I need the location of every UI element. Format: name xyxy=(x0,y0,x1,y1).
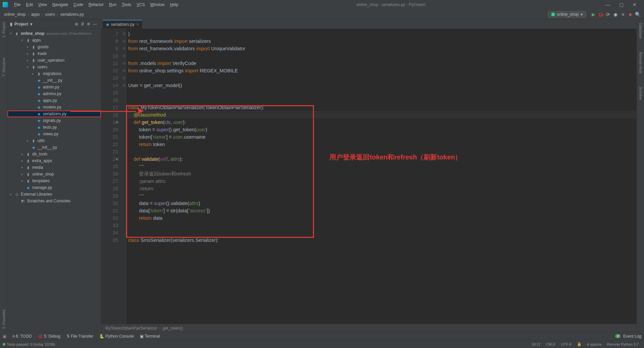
coverage-button[interactable]: ⟳ xyxy=(604,12,612,17)
status-line-separator[interactable]: CRLF xyxy=(543,342,558,346)
tree-item-adminx-py[interactable]: ◆adminx.py xyxy=(7,90,101,97)
tree-root[interactable]: ▾▮online_shopsources root, D:\workfire\o… xyxy=(7,30,101,37)
run-configuration-selector[interactable]: online_shop ▾ xyxy=(548,11,586,18)
tree-item-db_tools[interactable]: ▸▮db_tools xyxy=(7,151,101,157)
tool-tab-project[interactable]: 1: Project xyxy=(2,22,6,38)
tool-tab-sciview[interactable]: SciView xyxy=(639,87,643,100)
tree-item-serializers-py[interactable]: ◆serializers.py xyxy=(7,111,101,117)
tree-item-goods[interactable]: ▸▮goods xyxy=(7,44,101,50)
breadcrumb-item[interactable]: apps xyxy=(30,12,41,17)
menu-tools[interactable]: Tools xyxy=(119,2,134,7)
tool-tab-debug[interactable]: 🐞 5: Debug xyxy=(38,334,60,339)
chevron-right-icon: › xyxy=(41,12,44,17)
menu-help[interactable]: Help xyxy=(167,2,181,7)
bottom-tool-stripe: ▣ ≡ 6: TODO 🐞 5: Debug ⇅ File Transfer 🐍… xyxy=(0,332,644,340)
tool-tab-file-transfer[interactable]: ⇅ File Transfer xyxy=(66,334,93,339)
tool-tab-database[interactable]: Database xyxy=(639,23,643,39)
settings-icon[interactable]: ✲ xyxy=(86,22,92,26)
python-file-icon: ◆ xyxy=(106,22,109,27)
tool-window-quick-access-icon[interactable]: ▣ xyxy=(3,334,6,339)
menu-view[interactable]: View xyxy=(36,2,50,7)
tree-item-signals-py[interactable]: ◆signals.py xyxy=(7,117,101,124)
tool-tab-python-console[interactable]: 🐍 Python Console xyxy=(99,334,134,339)
tree-item-models-py[interactable]: ◆models.py xyxy=(7,104,101,111)
breadcrumb-item[interactable]: online_shop xyxy=(3,12,27,17)
locate-icon[interactable]: ⊕ xyxy=(73,22,79,26)
menu-file[interactable]: File xyxy=(11,2,23,7)
menu-run[interactable]: Run xyxy=(106,2,119,7)
tree-item-manage-py[interactable]: ◆manage.py xyxy=(7,184,101,191)
tree-item-__init__-py[interactable]: ◆__init__.py xyxy=(7,77,101,84)
tree-item-trade[interactable]: ▸▮trade xyxy=(7,50,101,57)
tree-item-tests-py[interactable]: ◆tests.py xyxy=(7,124,101,131)
menu-refactor[interactable]: Refactor xyxy=(86,2,106,7)
stop-button[interactable]: ■ xyxy=(627,12,634,17)
tree-item-utils[interactable]: ▸▮utils xyxy=(7,137,101,144)
code-editor[interactable]: 78910111213141516171819●↑2021222324●↑252… xyxy=(101,29,637,324)
breadcrumb-item[interactable]: users xyxy=(44,12,56,17)
maximize-button[interactable]: ▢ xyxy=(614,2,628,7)
lock-icon[interactable]: 🔒 xyxy=(574,342,584,346)
tool-tab-remote-host[interactable]: Remote Host xyxy=(639,52,643,73)
editor-tabs: ◆ serializers.py × xyxy=(101,19,637,29)
project-panel-title: Project xyxy=(14,22,28,26)
run-button[interactable]: ▶ xyxy=(590,12,597,17)
project-tool-window: ▮Project ▾ ⊕ ⇵ ✲ — ▾▮online_shopsources … xyxy=(7,19,101,332)
profile-button[interactable]: ◉ xyxy=(612,12,619,17)
tool-tab-favorites[interactable]: 2: Favorites xyxy=(2,309,6,329)
line-number-gutter[interactable]: 78910111213141516171819●↑2021222324●↑252… xyxy=(101,29,121,324)
tool-tab-todo[interactable]: ≡ 6: TODO xyxy=(12,334,32,339)
status-tests: Tests passed: 0 (today 10:08) xyxy=(3,342,55,346)
attach-button[interactable]: ≡ xyxy=(619,12,627,17)
close-tab-icon[interactable]: × xyxy=(137,22,139,27)
event-log-button[interactable]: 2Event Log xyxy=(615,334,641,339)
tree-item-migrations[interactable]: ▸▮migrations xyxy=(7,70,101,77)
tree-item-templates[interactable]: ▸▮templates xyxy=(7,178,101,184)
minimize-button[interactable]: — xyxy=(601,2,614,7)
status-encoding[interactable]: UTF-8 xyxy=(558,342,574,346)
tree-item-online_shop[interactable]: ▸▮online_shop xyxy=(7,171,101,178)
debug-button[interactable]: 🐞 xyxy=(597,12,604,17)
chevron-down-icon[interactable]: ▾ xyxy=(30,22,32,26)
tree-item-External-Libraries[interactable]: ▸⎙External Libraries xyxy=(7,191,101,198)
navigation-bar: online_shop›apps›users›serializers.py on… xyxy=(0,9,644,19)
left-tool-stripe: 1: Project 7: Structure 2: Favorites xyxy=(0,19,7,332)
tree-item-views-py[interactable]: ◆views.py xyxy=(7,131,101,137)
menu-code[interactable]: Code xyxy=(71,2,86,7)
tool-tab-structure[interactable]: 7: Structure xyxy=(2,58,6,77)
tree-item-Scratches-and-Consoles[interactable]: ◩Scratches and Consoles xyxy=(7,198,101,204)
menu-edit[interactable]: Edit xyxy=(23,2,36,7)
editor-tab-serializers[interactable]: ◆ serializers.py × xyxy=(103,20,142,28)
chevron-right-icon: › xyxy=(56,12,59,17)
tree-item-media[interactable]: ▸▮media xyxy=(7,164,101,171)
menu-window[interactable]: Window xyxy=(148,2,167,7)
close-button[interactable]: ✕ xyxy=(628,2,641,7)
hide-icon[interactable]: — xyxy=(92,22,98,26)
status-bar: Tests passed: 0 (today 10:08) 18:17 CRLF… xyxy=(0,340,644,348)
code-content[interactable]: )from rest_framework import serializersf… xyxy=(126,29,637,324)
tree-item-extra_apps[interactable]: ▸▮extra_apps xyxy=(7,157,101,164)
collapse-icon[interactable]: ⇵ xyxy=(79,22,86,26)
main-area: 1: Project 7: Structure 2: Favorites ▮Pr… xyxy=(0,19,644,332)
tree-item-apps-py[interactable]: ◆apps.py xyxy=(7,97,101,104)
folder-icon: ▮ xyxy=(10,22,12,26)
project-tree[interactable]: ▾▮online_shopsources root, D:\workfire\o… xyxy=(7,29,101,332)
editor-breadcrumbs[interactable]: MyTokenObtainPairSerializer › get_token(… xyxy=(101,324,637,332)
breadcrumb-class[interactable]: MyTokenObtainPairSerializer xyxy=(105,326,157,331)
status-interpreter[interactable]: Remote Python 3.7 xyxy=(604,342,641,346)
fold-gutter[interactable]: ⊟⊟⊟⊟⊟⊟⊟⊟ xyxy=(121,29,126,324)
chevron-down-icon: ▾ xyxy=(581,12,583,17)
tree-item-admin-py[interactable]: ◆admin.py xyxy=(7,84,101,90)
tree-item-__init__-py[interactable]: ◆__init__.py xyxy=(7,144,101,151)
tool-tab-terminal[interactable]: ▣ Terminal xyxy=(140,334,160,339)
search-everywhere-button[interactable]: 🔍 xyxy=(634,12,641,17)
menu-vcs[interactable]: VCS xyxy=(134,2,148,7)
menu-navigate[interactable]: Navigate xyxy=(50,2,71,7)
breadcrumb-method[interactable]: get_token() xyxy=(163,326,183,331)
tree-item-apps[interactable]: ▾▮apps xyxy=(7,37,101,44)
status-indent[interactable]: 4 spaces xyxy=(584,342,604,346)
editor-tab-label: serializers.py xyxy=(111,22,135,27)
breadcrumb-item[interactable]: serializers.py xyxy=(59,12,85,17)
tree-item-user_operation[interactable]: ▸▮user_operation xyxy=(7,57,101,64)
tree-item-users[interactable]: ▾▮users xyxy=(7,64,101,70)
